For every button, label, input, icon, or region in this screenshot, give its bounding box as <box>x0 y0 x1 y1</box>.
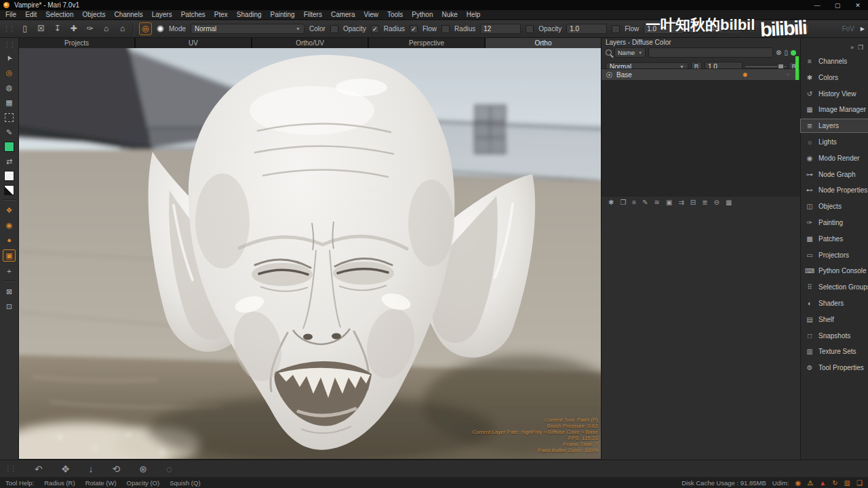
minimize-icon[interactable]: — <box>807 2 827 9</box>
blur-tool-icon[interactable]: ◍ <box>3 82 15 93</box>
add-paint-layer-icon[interactable]: ✎ <box>642 199 648 206</box>
menu-item-patches[interactable]: Patches <box>181 11 205 18</box>
home-up-icon[interactable]: ⌂ <box>100 23 112 35</box>
opacity-field[interactable]: 1.0 <box>566 24 607 34</box>
menu-item-painting[interactable]: Painting <box>271 11 295 18</box>
menu-item-python[interactable]: Python <box>412 11 433 18</box>
shader-sphere-icon[interactable]: ◉ <box>3 220 15 230</box>
layer-visibility-icon[interactable] <box>606 72 612 78</box>
layer-advanced-icon[interactable]: ▫ <box>787 71 789 78</box>
add-graph-layer-icon[interactable]: ≋ <box>654 199 660 206</box>
pulldown-icon[interactable]: ↓ <box>88 464 93 474</box>
tab-projects[interactable]: Projects <box>19 38 134 48</box>
add-group-icon[interactable]: ▣ <box>666 199 672 206</box>
palette-item-shaders[interactable]: ◐Shaders <box>801 297 868 310</box>
layer-list[interactable]: Base ✹ ▫ <box>601 68 801 196</box>
clear-filter-icon[interactable]: ⊗ <box>776 49 781 56</box>
menu-item-shading[interactable]: Shading <box>237 11 262 18</box>
menu-item-file[interactable]: File <box>5 11 16 18</box>
error-icon[interactable]: ▲ <box>819 479 826 487</box>
paint-through-tool-icon[interactable]: ❖ <box>3 205 15 216</box>
menu-item-nuke[interactable]: Nuke <box>442 11 458 18</box>
project-warning-icon[interactable]: ⚠ <box>807 479 813 487</box>
layer-list-icon[interactable]: ≣ <box>702 199 707 206</box>
menu-item-objects[interactable]: Objects <box>83 11 106 18</box>
palette-item-python-console[interactable]: ⌨Python Console <box>801 264 868 277</box>
filter-type-dropdown[interactable]: Name ▼ <box>614 47 646 58</box>
new-project-icon[interactable]: ▯ <box>19 23 31 35</box>
swap-colors-icon[interactable]: ⇄ <box>3 156 15 167</box>
add-procedural-layer-icon[interactable]: ❐ <box>620 199 626 206</box>
palette-item-texture-sets[interactable]: ▥Texture Sets <box>801 345 868 358</box>
close-icon[interactable]: ✕ <box>848 2 868 9</box>
layer-row[interactable]: Base ✹ ▫ <box>601 69 801 80</box>
menu-item-channels[interactable]: Channels <box>114 11 142 18</box>
viewport-3d[interactable]: Current Tool: Paint (P) Brush Pressure: … <box>19 48 601 459</box>
add-adjustment-layer-icon[interactable]: ✱ <box>608 199 614 206</box>
tab-uv[interactable]: UV <box>136 38 251 48</box>
palette-item-node-properties[interactable]: ⊷Node Properties <box>801 184 868 197</box>
palette-item-layers[interactable]: ≣Layers <box>801 119 868 132</box>
cache-icon[interactable]: ▯ <box>784 49 788 56</box>
soft-rotate-icon[interactable]: ◌ <box>166 464 172 474</box>
pen-tool-icon[interactable]: ✎ <box>3 127 15 138</box>
brush-tip-icon[interactable] <box>157 25 164 33</box>
link-checkbox-1[interactable] <box>526 25 534 33</box>
frame-tool-icon[interactable]: ⊡ <box>3 301 15 312</box>
patch-grid-tool-icon[interactable]: ▦ <box>3 97 15 108</box>
flow-toggle-checkbox[interactable] <box>441 25 450 33</box>
sphere-tool-icon[interactable]: ● <box>3 235 15 245</box>
rotate-icon[interactable]: ⟲ <box>112 464 120 474</box>
duplicate-layer-icon[interactable]: ⇉ <box>678 199 684 206</box>
select-tool-icon[interactable]: ➤ <box>3 52 15 63</box>
palette-item-modo-render[interactable]: ◉Modo Render <box>801 152 868 165</box>
close-project-icon[interactable]: ☒ <box>35 23 47 35</box>
paint-target-icon[interactable]: ◎ <box>139 22 152 35</box>
menu-item-camera[interactable]: Camera <box>331 11 355 18</box>
tab-ortho-uv[interactable]: Ortho/UV <box>252 38 368 48</box>
usage-bars-icon[interactable]: ▥ <box>844 479 850 487</box>
cache-status-icon[interactable]: ◉ <box>795 479 802 487</box>
refresh-icon[interactable]: ↻ <box>832 479 837 487</box>
palette-item-snapshots[interactable]: □Snapshots <box>801 329 868 342</box>
paint-node-icon[interactable]: ✚ <box>68 23 79 35</box>
link-checkbox-2[interactable] <box>612 25 620 33</box>
foreground-color-swatch[interactable] <box>4 142 14 152</box>
mode-dropdown[interactable]: Normal ▼ <box>191 24 304 34</box>
palette-item-tool-properties[interactable]: ⚙Tool Properties <box>801 361 868 374</box>
fg-bg-swatch[interactable] <box>4 185 14 195</box>
clear-patch-tool-icon[interactable]: ⊠ <box>3 286 15 297</box>
merge-layers-icon[interactable]: ⊟ <box>690 199 696 206</box>
paint-tool-icon[interactable]: ◎ <box>3 67 15 78</box>
nav-grip[interactable]: ⋮⋮ <box>5 465 16 472</box>
menu-item-tools[interactable]: Tools <box>387 11 403 18</box>
radius-toggle-checkbox[interactable]: ✓ <box>410 25 418 33</box>
menu-item-filters[interactable]: Filters <box>304 11 322 18</box>
marquee-select-tool-icon[interactable] <box>3 112 15 123</box>
menu-item-selection[interactable]: Selection <box>45 11 73 18</box>
undo-icon[interactable]: ↶ <box>35 464 43 474</box>
palette-item-image-manager[interactable]: ▦Image Manager <box>801 103 868 116</box>
tools-grip[interactable]: ⋮⋮ <box>4 41 15 48</box>
menu-item-view[interactable]: View <box>364 11 379 18</box>
home-icon[interactable]: ⌂ <box>117 23 128 35</box>
palette-item-selection-groups[interactable]: ⠿Selection Groups <box>801 281 868 293</box>
layer-grid-icon[interactable]: ▦ <box>726 199 732 206</box>
palette-item-projectors[interactable]: ▭Projectors <box>801 249 868 262</box>
opacity-toggle-checkbox[interactable]: ✓ <box>371 25 379 33</box>
log-icon[interactable]: ❏ <box>856 479 863 487</box>
paint-buffer-tool-icon[interactable]: ▣ <box>3 249 16 262</box>
add-channel-layer-icon[interactable]: ≡ <box>632 199 636 206</box>
brush-icon[interactable]: ✑ <box>84 23 96 35</box>
palette-item-node-graph[interactable]: ⊶Node Graph <box>801 168 868 181</box>
remove-layer-icon[interactable]: ⊖ <box>714 199 719 206</box>
palette-item-shelf[interactable]: ▤Shelf <box>801 313 868 326</box>
menu-item-layers[interactable]: Layers <box>152 11 172 18</box>
orbit-icon[interactable]: ⊛ <box>139 464 147 474</box>
menu-item-edit[interactable]: Edit <box>25 11 37 18</box>
color-toggle-checkbox[interactable] <box>330 25 338 33</box>
tab-perspective[interactable]: Perspective <box>369 38 484 48</box>
palette-item-lights[interactable]: ☼Lights <box>801 136 868 148</box>
palette-item-channels[interactable]: ≡Channels <box>801 55 868 68</box>
palette-item-patches[interactable]: ▩Patches <box>801 232 868 245</box>
